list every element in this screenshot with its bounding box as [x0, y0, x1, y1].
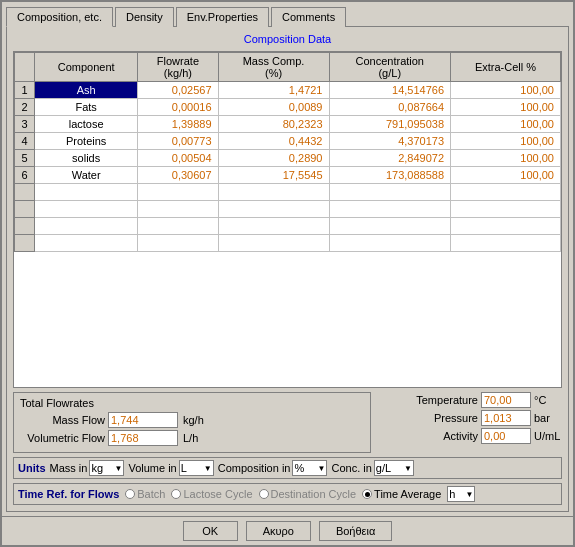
conc-units-group: Conc. in g/L ▼: [331, 460, 413, 476]
row-mass: 1,4721: [218, 82, 329, 99]
flowrates-title: Total Flowrates: [20, 397, 364, 409]
row-num: 3: [15, 116, 35, 133]
row-component: lactose: [35, 116, 138, 133]
radio-group: Batch Lactose Cycle Destination Cycle Ti…: [125, 486, 475, 502]
empty-num: [15, 235, 35, 252]
row-extracell: 100,00: [451, 150, 561, 167]
tab-density[interactable]: Density: [115, 7, 174, 27]
table-row[interactable]: 6 Water 0,30607 17,5545 173,088588 100,0…: [15, 167, 561, 184]
button-bar: OK Ακυρο Βοήθεια: [2, 516, 573, 545]
pressure-input[interactable]: [481, 410, 531, 426]
mass-flow-input[interactable]: [108, 412, 178, 428]
row-num: 2: [15, 99, 35, 116]
help-button[interactable]: Βοήθεια: [319, 521, 392, 541]
radio-dest-circle: [259, 489, 269, 499]
table-row[interactable]: 5 solids 0,00504 0,2890 2,849072 100,00: [15, 150, 561, 167]
empty-num: [15, 218, 35, 235]
section-title: Composition Data: [13, 33, 562, 45]
col-header-num: [15, 53, 35, 82]
comp-units-dropdown[interactable]: % ▼: [292, 460, 327, 476]
mass-units-label: Mass in: [50, 462, 88, 474]
empty-extracell: [451, 201, 561, 218]
radio-lactose[interactable]: Lactose Cycle: [171, 488, 252, 500]
row-component: Proteins: [35, 133, 138, 150]
empty-num: [15, 201, 35, 218]
row-mass: 80,2323: [218, 116, 329, 133]
radio-timeavg-circle: [362, 489, 372, 499]
row-conc: 14,514766: [329, 82, 451, 99]
comp-units-arrow: ▼: [318, 464, 326, 473]
bottom-section: Total Flowrates Mass Flow kg/h Volumetri…: [13, 392, 562, 453]
radio-batch[interactable]: Batch: [125, 488, 165, 500]
row-flowrate: 0,02567: [138, 82, 218, 99]
tab-env-properties[interactable]: Env.Properties: [176, 7, 269, 27]
activity-label: Activity: [443, 430, 478, 442]
col-header-mass: Mass Comp.(%): [218, 53, 329, 82]
temperature-row: Temperature °C: [377, 392, 562, 408]
row-num: 5: [15, 150, 35, 167]
row-component: Ash: [35, 82, 138, 99]
mass-units-dropdown[interactable]: kg ▼: [89, 460, 124, 476]
table-row-empty: [15, 201, 561, 218]
activity-input[interactable]: [481, 428, 531, 444]
row-flowrate: 1,39889: [138, 116, 218, 133]
table-row-empty: [15, 218, 561, 235]
row-component: solids: [35, 150, 138, 167]
table-row[interactable]: 1 Ash 0,02567 1,4721 14,514766 100,00: [15, 82, 561, 99]
volume-units-value: L: [181, 462, 187, 474]
row-flowrate: 0,00504: [138, 150, 218, 167]
empty-conc: [329, 201, 451, 218]
table-row[interactable]: 3 lactose 1,39889 80,2323 791,095038 100…: [15, 116, 561, 133]
row-num: 6: [15, 167, 35, 184]
volume-units-arrow: ▼: [204, 464, 212, 473]
empty-component: [35, 184, 138, 201]
table-row[interactable]: 4 Proteins 0,00773 0,4432 4,370173 100,0…: [15, 133, 561, 150]
empty-component: [35, 235, 138, 252]
mass-flow-unit: kg/h: [183, 414, 204, 426]
tab-comments[interactable]: Comments: [271, 7, 346, 27]
conc-units-value: g/L: [376, 462, 391, 474]
radio-dest[interactable]: Destination Cycle: [259, 488, 357, 500]
row-mass: 0,2890: [218, 150, 329, 167]
row-flowrate: 0,00773: [138, 133, 218, 150]
radio-batch-label: Batch: [137, 488, 165, 500]
row-num: 1: [15, 82, 35, 99]
ok-button[interactable]: OK: [183, 521, 238, 541]
time-unit-dropdown[interactable]: h ▼: [447, 486, 475, 502]
units-label: Units: [18, 462, 46, 474]
temp-unit: °C: [534, 394, 562, 406]
mass-flow-row: Mass Flow kg/h: [20, 412, 364, 428]
temp-input[interactable]: [481, 392, 531, 408]
time-unit-value: h: [449, 488, 455, 500]
row-extracell: 100,00: [451, 167, 561, 184]
row-component: Water: [35, 167, 138, 184]
units-bar: Units Mass in kg ▼ Volume in L ▼ Composi…: [13, 457, 562, 479]
conc-units-dropdown[interactable]: g/L ▼: [374, 460, 414, 476]
volume-units-dropdown[interactable]: L ▼: [179, 460, 214, 476]
conc-units-label: Conc. in: [331, 462, 371, 474]
mass-units-arrow: ▼: [114, 464, 122, 473]
radio-timeavg[interactable]: Time Average: [362, 488, 441, 500]
col-header-component: Component: [35, 53, 138, 82]
composition-table-container: Component Flowrate(kg/h) Mass Comp.(%) C…: [13, 51, 562, 388]
vol-flow-input[interactable]: [108, 430, 178, 446]
mass-units-value: kg: [91, 462, 103, 474]
conc-units-arrow: ▼: [404, 464, 412, 473]
empty-flowrate: [138, 201, 218, 218]
empty-conc: [329, 184, 451, 201]
activity-row: Activity U/mL: [377, 428, 562, 444]
pressure-row: Pressure bar: [377, 410, 562, 426]
table-row[interactable]: 2 Fats 0,00016 0,0089 0,087664 100,00: [15, 99, 561, 116]
flowrates-box: Total Flowrates Mass Flow kg/h Volumetri…: [13, 392, 371, 453]
row-num: 4: [15, 133, 35, 150]
activity-unit: U/mL: [534, 430, 562, 442]
col-header-extracell: Extra-Cell %: [451, 53, 561, 82]
empty-mass: [218, 218, 329, 235]
radio-lactose-label: Lactose Cycle: [183, 488, 252, 500]
composition-table: Component Flowrate(kg/h) Mass Comp.(%) C…: [14, 52, 561, 252]
tab-composition[interactable]: Composition, etc.: [6, 7, 113, 27]
empty-extracell: [451, 218, 561, 235]
cancel-button[interactable]: Ακυρο: [246, 521, 311, 541]
main-content: Composition Data Component Flowrate(kg/h…: [6, 26, 569, 512]
mass-flow-label: Mass Flow: [20, 414, 105, 426]
